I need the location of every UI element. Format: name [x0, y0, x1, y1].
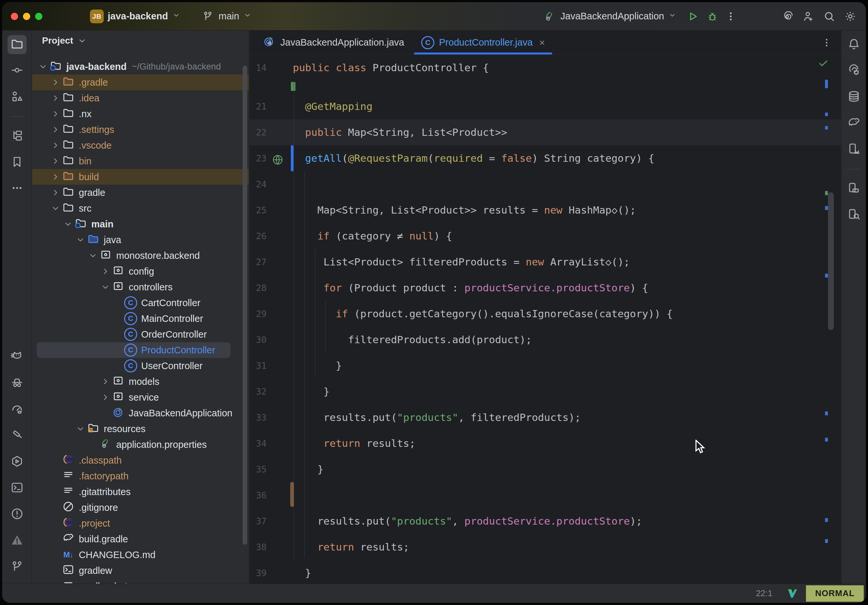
tool-window-cat-plugin[interactable] [8, 347, 26, 367]
tree-item-CartController[interactable]: CCartController [32, 295, 249, 311]
tree-item-.gradle[interactable]: .gradle [32, 74, 249, 90]
code-line-14[interactable]: 14public class ProductController { [250, 55, 841, 81]
chevron-right-icon[interactable] [49, 92, 62, 104]
tree-item-java[interactable]: java [32, 232, 249, 248]
project-panel-header[interactable]: Project [32, 31, 249, 51]
tool-window-build[interactable] [8, 426, 26, 445]
code-line-38[interactable]: 38 return results; [250, 534, 841, 560]
tree-item-ProductController[interactable]: CProductController [37, 342, 231, 358]
tree-item-JavaBackendApplication[interactable]: JavaBackendApplication [32, 405, 249, 421]
code-line-28[interactable]: 28 for (Product product : productService… [250, 275, 841, 301]
chevron-down-icon[interactable] [37, 60, 49, 73]
code-line-24[interactable]: 24 [250, 171, 841, 197]
code-line-39[interactable]: 39 } [250, 560, 841, 584]
code-line-23[interactable]: 23 getAll(@RequestParam(required = false… [250, 145, 841, 171]
chevron-right-icon[interactable] [49, 139, 62, 152]
tool-window-project[interactable] [8, 35, 26, 54]
ai-assistant-button[interactable] [780, 9, 794, 23]
vim-mode-badge[interactable]: NORMAL [806, 585, 864, 602]
tool-window-notifications[interactable] [844, 35, 863, 54]
minimize-window-button[interactable] [23, 13, 30, 20]
branch-widget[interactable]: main [201, 9, 252, 23]
tab-ProductController.java[interactable]: CProductController.java× [413, 31, 553, 54]
chevron-right-icon[interactable] [99, 265, 112, 278]
tool-window-commit[interactable] [8, 61, 26, 80]
code-line-27[interactable]: 27 List<Product> filteredProducts = new … [250, 249, 841, 275]
code-line-32[interactable]: 32 } [250, 379, 841, 405]
tree-item-resources[interactable]: resources [32, 421, 249, 437]
tree-item-.idea[interactable]: .idea [32, 90, 249, 106]
zoom-window-button[interactable] [35, 13, 42, 20]
tree-item-.gitattributes[interactable]: .gitattributes [32, 484, 249, 500]
run-configuration-widget[interactable]: JavaBackendApplication [542, 9, 677, 23]
collapsed-region[interactable] [250, 81, 841, 93]
tool-window-database[interactable] [844, 88, 863, 107]
code-line-34[interactable]: 34 return results; [250, 430, 841, 456]
tree-item-build.gradle[interactable]: build.gradle [32, 531, 249, 547]
chevron-right-icon[interactable] [49, 76, 62, 88]
tool-window-warnings[interactable] [8, 531, 26, 550]
tree-item-build[interactable]: build [32, 169, 249, 185]
editor-more-options-button[interactable] [821, 31, 841, 54]
chevron-down-icon[interactable] [62, 218, 74, 230]
tool-window-device-explorer[interactable] [844, 206, 863, 224]
code-line-30[interactable]: 30 filteredProducts.add(product); [250, 327, 841, 353]
chevron-down-icon[interactable] [74, 422, 87, 435]
tool-window-hierarchy[interactable] [8, 127, 26, 145]
tool-window-ai-assistant[interactable] [844, 61, 863, 80]
tree-item-.project[interactable]: .project [32, 515, 249, 531]
code-line-31[interactable]: 31 } [250, 353, 841, 379]
endpoint-globe-icon[interactable] [271, 152, 284, 165]
tool-window-terminal[interactable] [8, 479, 26, 498]
chevron-down-icon[interactable] [74, 234, 87, 246]
code-line-36[interactable]: 36 [250, 482, 841, 508]
tree-item-gradlew.bat[interactable]: gradlew.bat [32, 579, 249, 584]
inspections-ok-icon[interactable] [817, 57, 829, 71]
tool-window-running-devices[interactable] [844, 140, 863, 159]
chevron-right-icon[interactable] [49, 123, 62, 136]
add-user-button[interactable] [801, 9, 815, 23]
chevron-down-icon[interactable] [87, 249, 99, 262]
tree-item-.classpath[interactable]: .classpath [32, 452, 249, 468]
chevron-right-icon[interactable] [49, 108, 62, 120]
tree-item-OrderController[interactable]: COrderController [32, 326, 249, 342]
gear-icon[interactable] [843, 9, 857, 23]
tree-item-gradlew[interactable]: gradlew [32, 563, 249, 579]
chevron-right-icon[interactable] [99, 391, 112, 404]
chevron-right-icon[interactable] [49, 186, 62, 199]
tree-item-models[interactable]: models [32, 374, 249, 390]
chevron-down-icon[interactable] [49, 202, 62, 215]
tool-window-services[interactable] [8, 452, 26, 472]
tool-window-structure[interactable] [8, 88, 26, 107]
tree-item-UserController[interactable]: CUserController [32, 358, 249, 374]
code-line-25[interactable]: 25 Map<String, List<Product>> results = … [250, 197, 841, 223]
code-line-26[interactable]: 26 if (category ≠ null) { [250, 223, 841, 249]
caret-position[interactable]: 22:1 [756, 588, 772, 599]
chevron-right-icon[interactable] [99, 375, 112, 388]
tool-window-more-tool-windows[interactable] [8, 179, 26, 198]
tool-window-profiler[interactable] [8, 400, 26, 419]
code-editor[interactable]: 14public class ProductController {21 @Ge… [250, 55, 841, 584]
window-controls[interactable] [11, 13, 47, 20]
close-window-button[interactable] [11, 13, 18, 20]
tree-scrollbar[interactable] [243, 66, 247, 545]
code-line-33[interactable]: 33 results.put("products", filteredProdu… [250, 405, 841, 430]
run-button[interactable] [686, 9, 700, 23]
tree-item-monostore.backend[interactable]: monostore.backend [32, 248, 249, 263]
code-line-37[interactable]: 37 results.put("products", productServic… [250, 508, 841, 534]
editor-scrollbar[interactable] [828, 192, 834, 330]
tool-window-device-mirror[interactable] [844, 179, 863, 198]
tree-item-config[interactable]: config [32, 263, 249, 279]
tree-item-.vscode[interactable]: .vscode [32, 138, 249, 153]
code-line-22[interactable]: 22 public Map<String, List<Product>> [250, 119, 841, 145]
tree-item-service[interactable]: service [32, 390, 249, 405]
tree-item-main[interactable]: main [32, 216, 249, 232]
ideavim-icon[interactable] [786, 587, 799, 600]
debug-button[interactable] [705, 9, 719, 23]
tree-item-application.properties[interactable]: application.properties [32, 437, 249, 452]
tree-item-.gitignore[interactable]: .gitignore [32, 500, 249, 515]
more-actions-button[interactable] [724, 9, 738, 23]
chevron-right-icon[interactable] [49, 155, 62, 167]
tool-window-incognito[interactable] [8, 374, 26, 393]
tool-window-git[interactable] [8, 557, 26, 576]
